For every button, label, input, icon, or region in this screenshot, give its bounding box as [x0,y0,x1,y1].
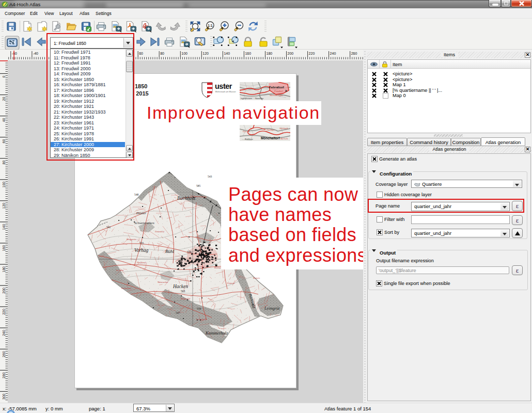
svg-text:180: 180 [2,266,6,273]
svg-text:80: 80 [2,161,6,165]
svg-text:140: 140 [2,224,6,230]
svg-text:-40: -40 [33,52,38,55]
svg-text:547: 547 [176,311,180,314]
svg-text:1:1: 1:1 [208,24,213,27]
svg-text:Haufland: Haufland [136,261,146,264]
svg-text:Oetlikon: Oetlikon [267,129,275,131]
svg-text:Wermatlingen: Wermatlingen [270,94,283,97]
svg-text:Hushalden: Hushalden [121,287,132,290]
svg-text:543: 543 [208,175,212,178]
svg-text:Im Spitz: Im Spitz [116,269,124,272]
svg-text:Leimgrüt: Leimgrüt [264,306,280,311]
svg-text:100: 100 [2,182,6,188]
svg-text:180: 180 [267,52,273,55]
svg-text:160: 160 [2,245,6,251]
svg-text:Bühl: Bühl [165,249,174,254]
svg-text:Vorhag: Vorhag [134,248,149,253]
svg-text:548: 548 [134,193,139,196]
svg-text:Mönchaltorf: Mönchaltorf [261,136,280,140]
svg-text:160: 160 [245,52,251,55]
svg-text:Fehraltorf: Fehraltorf [269,85,285,89]
svg-text:260: 260 [351,52,357,55]
svg-text:220: 220 [309,52,315,55]
svg-text:Bruggwies: Bruggwies [127,238,136,241]
svg-text:Freudwil: Freudwil [274,90,283,92]
svg-text:140: 140 [224,52,230,55]
svg-text:Sulzbach: Sulzbach [279,127,288,130]
svg-text:-60: -60 [12,52,17,55]
svg-text:40: 40 [2,118,6,122]
svg-text:Usterstr: Usterstr [227,282,235,284]
svg-text:Loorenfeld: Loorenfeld [196,318,207,321]
svg-text:559: 559 [197,307,201,310]
svg-text:Unterdorf: Unterdorf [155,230,165,233]
svg-text:541: 541 [106,226,111,229]
svg-text:Schweizrucken: Schweizrucken [134,221,154,225]
svg-text:563: 563 [181,290,185,293]
svg-text:0: 0 [2,75,6,77]
svg-text:Rällikon: Rällikon [245,138,253,140]
svg-text:120: 120 [2,203,6,209]
svg-text:555: 555 [139,242,144,245]
svg-text:Rietwis: Rietwis [253,277,260,279]
svg-text:Buchholz: Buchholz [177,196,196,201]
svg-text:Irgenhusen: Irgenhusen [241,97,253,100]
svg-text:Weieracher: Weieracher [158,281,168,283]
svg-text:Gossau: Gossau [243,130,250,133]
svg-text:240: 240 [2,330,6,336]
svg-text:60: 60 [2,139,6,144]
svg-text:585: 585 [196,184,201,187]
svg-text:20: 20 [2,97,6,101]
svg-text:Bergacher: Bergacher [181,297,191,300]
svg-text:uster: uster [215,82,232,90]
svg-text:Hacken: Hacken [173,284,188,289]
svg-text:80: 80 [160,52,164,55]
svg-text:240: 240 [330,52,336,55]
svg-text:260: 260 [2,351,6,357]
svg-text:280: 280 [2,372,6,378]
svg-text:Freudwil: Freudwil [197,265,206,268]
svg-text:60: 60 [139,52,143,55]
svg-text:200: 200 [2,288,6,294]
svg-text:200: 200 [288,52,294,55]
svg-text:220: 220 [2,309,6,315]
svg-text:100: 100 [181,52,187,55]
svg-text:Dusler: Dusler [136,211,146,215]
svg-text:Kammerholz: Kammerholz [205,330,228,336]
svg-text:300: 300 [2,393,6,400]
svg-text:Bertsch.: Bertsch. [280,137,288,140]
svg-text:120: 120 [202,52,209,55]
svg-text:Nänikon: Nänikon [255,97,264,100]
svg-text:550: 550 [187,250,192,253]
svg-text:Wohnstadt am Wasser: Wohnstadt am Wasser [215,90,237,93]
